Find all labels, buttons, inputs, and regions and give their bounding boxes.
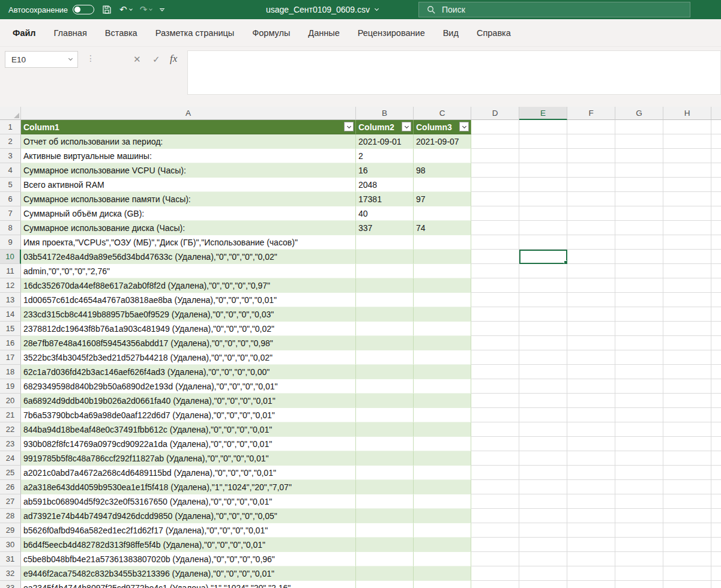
cell-partial-2[interactable]	[711, 134, 721, 149]
redo-button[interactable]: ↷	[140, 5, 152, 14]
cell-c4[interactable]: 98	[414, 163, 471, 178]
cell-e27[interactable]	[519, 494, 567, 509]
cell-d26[interactable]	[471, 480, 519, 494]
table-header-b1[interactable]: Column2	[356, 120, 414, 134]
cell-c6[interactable]: 97	[414, 192, 471, 206]
cell-h31[interactable]	[663, 552, 711, 566]
cell-f24[interactable]	[567, 451, 615, 466]
cell-h8[interactable]	[663, 221, 711, 235]
cell-f33[interactable]	[567, 581, 615, 588]
cell-a31[interactable]: c5be8b048bfb4e21a57361383807020b (Удален…	[21, 552, 356, 566]
cell-d11[interactable]	[471, 264, 519, 278]
ribbon-tab-review[interactable]: Рецензирование	[349, 28, 434, 38]
cell-partial-27[interactable]	[711, 494, 721, 509]
column-header-partial[interactable]	[711, 107, 721, 120]
cell-c15[interactable]	[414, 322, 471, 336]
cell-e16[interactable]	[519, 336, 567, 350]
cell-b23[interactable]	[356, 437, 414, 451]
column-header-c[interactable]: C	[414, 107, 471, 120]
cell-a27[interactable]: ab591bc068904d5f92c32e0f53167650 (Удален…	[21, 494, 356, 509]
cell-d32[interactable]	[471, 566, 519, 581]
cell-d21[interactable]	[471, 408, 519, 422]
cell-d31[interactable]	[471, 552, 519, 566]
cell-b15[interactable]	[356, 322, 414, 336]
cell-h3[interactable]	[663, 149, 711, 163]
cell-partial-9[interactable]	[711, 235, 721, 250]
cell-a26[interactable]: a2a318e643dd4059b9530ea1e1f5f418 (Удален…	[21, 480, 356, 494]
cell-a4[interactable]: Суммарное использование VCPU (Часы):	[21, 163, 356, 178]
cell-h7[interactable]	[663, 206, 711, 221]
cell-e6[interactable]	[519, 192, 567, 206]
cell-a16[interactable]: 28e7fb87e48a41608f59454356abdd17 (Удален…	[21, 336, 356, 350]
cell-h4[interactable]	[663, 163, 711, 178]
row-header-2[interactable]: 2	[0, 134, 21, 149]
cell-c5[interactable]	[414, 178, 471, 192]
column-header-f[interactable]: F	[567, 107, 615, 120]
cell-c27[interactable]	[414, 494, 471, 509]
cell-b22[interactable]	[356, 422, 414, 437]
row-header-4[interactable]: 4	[0, 163, 21, 178]
cell-b29[interactable]	[356, 523, 414, 538]
ribbon-tab-view[interactable]: Вид	[434, 28, 468, 38]
cell-d10[interactable]	[471, 250, 519, 264]
row-header-31[interactable]: 31	[0, 552, 21, 566]
worksheet-grid[interactable]: ABCDEFGH1Column1Column2Column32Отчет об …	[0, 107, 721, 588]
cell-partial-33[interactable]	[711, 581, 721, 588]
cell-b9[interactable]	[356, 235, 414, 250]
cell-e19[interactable]	[519, 379, 567, 394]
row-header-23[interactable]: 23	[0, 437, 21, 451]
cell-g20[interactable]	[615, 394, 663, 408]
cell-b7[interactable]: 40	[356, 206, 414, 221]
cell-partial-32[interactable]	[711, 566, 721, 581]
cell-h33[interactable]	[663, 581, 711, 588]
cell-g3[interactable]	[615, 149, 663, 163]
cancel-icon[interactable]: ✕	[133, 54, 141, 65]
row-header-8[interactable]: 8	[0, 221, 21, 235]
cell-c32[interactable]	[414, 566, 471, 581]
row-header-18[interactable]: 18	[0, 365, 21, 379]
cell-e29[interactable]	[519, 523, 567, 538]
cell-b8[interactable]: 337	[356, 221, 414, 235]
autosave-control[interactable]: Автосохранение	[8, 5, 94, 14]
cell-c10[interactable]	[414, 250, 471, 264]
cell-e1[interactable]	[519, 120, 567, 134]
cell-e3[interactable]	[519, 149, 567, 163]
cell-f29[interactable]	[567, 523, 615, 538]
cell-b33[interactable]	[356, 581, 414, 588]
cell-h29[interactable]	[663, 523, 711, 538]
column-header-g[interactable]: G	[615, 107, 663, 120]
cell-h28[interactable]	[663, 509, 711, 523]
cell-d18[interactable]	[471, 365, 519, 379]
cell-b26[interactable]	[356, 480, 414, 494]
cell-g8[interactable]	[615, 221, 663, 235]
cell-c22[interactable]	[414, 422, 471, 437]
cell-partial-6[interactable]	[711, 192, 721, 206]
cell-g31[interactable]	[615, 552, 663, 566]
cell-c24[interactable]	[414, 451, 471, 466]
cell-d22[interactable]	[471, 422, 519, 437]
undo-button[interactable]: ↶	[119, 5, 132, 14]
cell-e28[interactable]	[519, 509, 567, 523]
cell-d5[interactable]	[471, 178, 519, 192]
cell-g23[interactable]	[615, 437, 663, 451]
cell-c20[interactable]	[414, 394, 471, 408]
cell-g2[interactable]	[615, 134, 663, 149]
cell-d6[interactable]	[471, 192, 519, 206]
cell-a5[interactable]: Всего активной RAM	[21, 178, 356, 192]
cell-h6[interactable]	[663, 192, 711, 206]
cell-f31[interactable]	[567, 552, 615, 566]
row-header-25[interactable]: 25	[0, 466, 21, 480]
insert-function-icon[interactable]: fx	[170, 53, 177, 65]
cell-h15[interactable]	[663, 322, 711, 336]
row-header-1[interactable]: 1	[0, 120, 21, 134]
cell-partial-10[interactable]	[711, 250, 721, 264]
cell-f30[interactable]	[567, 538, 615, 552]
cell-f17[interactable]	[567, 350, 615, 365]
cell-d29[interactable]	[471, 523, 519, 538]
cell-c16[interactable]	[414, 336, 471, 350]
cell-e13[interactable]	[519, 293, 567, 307]
cell-a14[interactable]: 233cd315cb8c4419b88957b5ae0f9529 (Удален…	[21, 307, 356, 322]
cell-g14[interactable]	[615, 307, 663, 322]
cell-g10[interactable]	[615, 250, 663, 264]
cell-f25[interactable]	[567, 466, 615, 480]
